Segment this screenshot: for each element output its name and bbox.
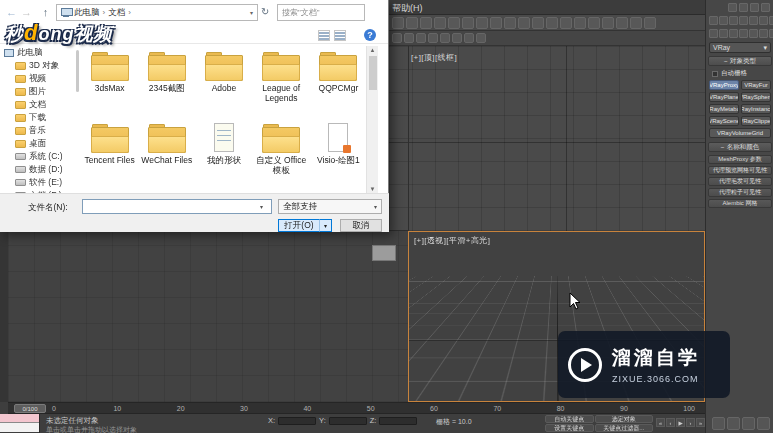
rollout-header[interactable]: Alembic 网格 <box>708 199 772 208</box>
chevron-down-icon[interactable]: ▾ <box>260 203 263 210</box>
panel-tab-icon[interactable] <box>769 16 773 25</box>
viewport-nav-icon[interactable] <box>757 417 770 430</box>
toolbar-icon[interactable] <box>404 33 414 43</box>
sidebar-item[interactable]: 视频 <box>0 72 80 85</box>
autogrid-checkbox[interactable] <box>712 71 718 77</box>
sidebar-item[interactable]: 图片 <box>0 85 80 98</box>
folder-item[interactable]: 3dsMax <box>82 46 137 116</box>
file-list-scrollbar[interactable]: ▲ ▼ <box>366 46 378 193</box>
folder-item[interactable]: 我的形状 <box>196 118 251 188</box>
panel-header-icon[interactable] <box>750 3 759 12</box>
viewport-bottom-left[interactable] <box>8 231 408 402</box>
sidebar-item[interactable]: 文档 <box>0 98 80 111</box>
scrollbar-thumb[interactable] <box>369 56 377 90</box>
address-bar[interactable]: 此电脑 › 文档 › ▾ <box>56 4 258 21</box>
create-object-button[interactable]: VRaySphere <box>741 92 771 102</box>
back-icon[interactable]: ← <box>4 4 19 19</box>
create-object-button[interactable]: VRayMetaball <box>709 104 739 114</box>
viewport-top-label[interactable]: [+][顶][线框] <box>411 52 457 63</box>
toolbar-icon[interactable] <box>476 17 488 29</box>
auto-key-button[interactable]: 自动关键点 <box>545 415 594 423</box>
scroll-up-icon[interactable]: ▲ <box>367 47 378 53</box>
toolbar-icon[interactable] <box>574 17 586 29</box>
rollout-header[interactable]: 代理粒子可见性 <box>708 188 772 197</box>
panel-tab-icon[interactable] <box>739 16 748 25</box>
forward-icon[interactable]: → <box>19 4 34 19</box>
rollout-header[interactable]: 代理预览网格可见性 <box>708 166 772 175</box>
timeline[interactable]: 0102030405060708090100 0/100 <box>8 402 705 414</box>
sidebar-item[interactable]: 音乐 <box>0 124 80 137</box>
object-category-icon[interactable] <box>759 29 768 38</box>
viewport-nav-icon[interactable] <box>727 417 740 430</box>
sidebar-item[interactable]: 系统 (C:) <box>0 150 80 163</box>
open-button[interactable]: 打开(O) <box>278 219 320 232</box>
toolbar-icon[interactable] <box>428 33 438 43</box>
scroll-down-icon[interactable]: ▼ <box>367 186 378 192</box>
panel-header-icon[interactable] <box>728 3 737 12</box>
toolbar-icon[interactable] <box>490 17 502 29</box>
viewport-perspective-label[interactable]: [+][透视][平滑+高光] <box>414 235 490 246</box>
toolbar-icon[interactable] <box>560 17 572 29</box>
viewport-nav-icon[interactable] <box>742 417 755 430</box>
toolbar-icon[interactable] <box>504 17 516 29</box>
folder-item[interactable]: Tencent Files <box>82 118 137 188</box>
object-category-icon[interactable] <box>729 29 738 38</box>
listener-script-row[interactable] <box>0 423 39 432</box>
folder-item[interactable]: 自定义 Office 模板 <box>254 118 309 188</box>
toolbar-icon[interactable] <box>420 17 432 29</box>
panel-tab-icon[interactable] <box>719 16 728 25</box>
toolbar-icon[interactable] <box>532 17 544 29</box>
toolbar-icon[interactable] <box>588 17 600 29</box>
object-category-icon[interactable] <box>739 29 748 38</box>
thumbnail-view-icon[interactable] <box>334 30 346 41</box>
panel-tab-icon[interactable] <box>709 16 718 25</box>
rollout-name-color[interactable]: − 名称和颜色 <box>708 142 772 152</box>
create-object-button[interactable]: VRayScene <box>709 116 739 126</box>
playback-icon[interactable]: ▶ <box>676 418 685 427</box>
panel-tab-icon[interactable] <box>749 16 758 25</box>
folder-item[interactable]: QQPCMgr <box>311 46 366 116</box>
menu-help[interactable]: 帮助(H) <box>392 2 423 15</box>
cancel-button[interactable]: 取消 <box>340 219 382 232</box>
toolbar-icon[interactable] <box>434 17 446 29</box>
toolbar-icon[interactable] <box>602 17 614 29</box>
playback-icon[interactable]: » <box>696 418 705 427</box>
toolbar-icon[interactable] <box>406 17 418 29</box>
filename-input[interactable] <box>82 199 272 214</box>
toolbar-icon[interactable] <box>416 33 426 43</box>
object-category-icon[interactable] <box>709 29 718 38</box>
rollout-header[interactable]: MeshProxy 参数 <box>708 155 772 164</box>
category-dropdown[interactable]: VRay ▾ <box>709 42 771 53</box>
toolbar-icon[interactable] <box>616 17 628 29</box>
list-view-icon[interactable] <box>318 30 330 41</box>
refresh-icon[interactable]: ↻ <box>261 6 269 17</box>
create-object-button[interactable]: VRayPlane <box>709 92 739 102</box>
set-key-button[interactable]: 设置关键点 <box>545 424 594 432</box>
toolbar-icon[interactable] <box>392 17 404 29</box>
folder-item[interactable]: League of Legends <box>254 46 309 116</box>
open-button-dropdown[interactable]: ▾ <box>319 219 332 232</box>
sidebar-item[interactable]: 数据 (D:) <box>0 163 80 176</box>
playback-icon[interactable]: › <box>686 418 695 427</box>
toolbar-icon[interactable] <box>644 17 656 29</box>
maxscript-mini-listener[interactable] <box>0 414 40 433</box>
toolbar-icon[interactable] <box>464 33 474 43</box>
toolbar-icon[interactable] <box>392 33 402 43</box>
folder-item[interactable]: Visio-绘图1 <box>311 118 366 188</box>
create-object-button[interactable]: VRayInstancer <box>741 104 771 114</box>
viewport-top[interactable]: [+][顶][线框] <box>389 46 705 231</box>
sidebar-scrollbar[interactable] <box>76 50 79 92</box>
time-slider-handle[interactable]: 0/100 <box>14 404 46 413</box>
folder-item[interactable]: Adobe <box>196 46 251 116</box>
toolbar-icon[interactable] <box>476 33 486 43</box>
toolbar-icon[interactable] <box>440 33 450 43</box>
create-object-button[interactable]: VRayFur <box>741 80 771 90</box>
object-category-icon[interactable] <box>749 29 758 38</box>
create-object-button[interactable]: VRayClipper <box>741 116 771 126</box>
up-icon[interactable]: ↑ <box>38 4 53 19</box>
sidebar-item[interactable]: 3D 对象 <box>0 59 80 72</box>
rollout-object-type[interactable]: − 对象类型 <box>708 56 772 66</box>
create-object-button[interactable]: VRayVolumeGrid <box>709 128 771 138</box>
panel-header-icon[interactable] <box>739 3 748 12</box>
y-coordinate-field[interactable] <box>329 417 367 425</box>
